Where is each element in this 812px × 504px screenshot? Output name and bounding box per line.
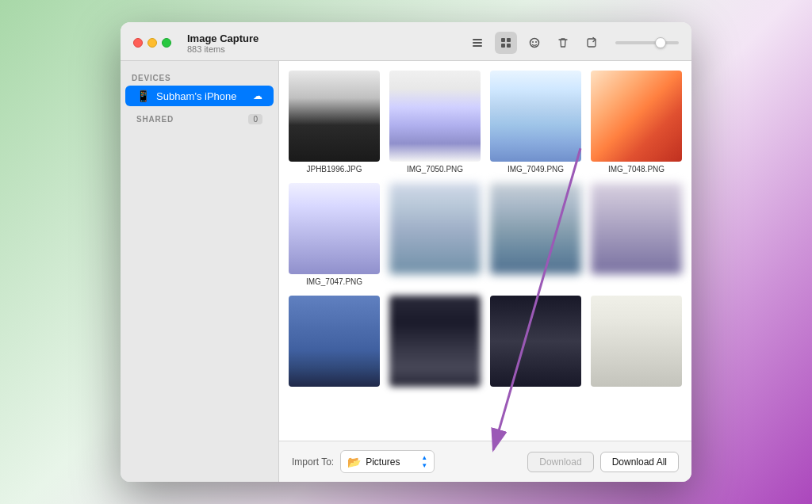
photo-item[interactable]: IMG_7049.PNG: [490, 71, 581, 174]
photo-item[interactable]: [490, 183, 581, 286]
photo-grid: JPHB1996.JPGIMG_7050.PNGIMG_7049.PNGIMG_…: [279, 61, 691, 441]
photo-thumbnail: [289, 183, 380, 274]
photo-thumbnail: [490, 183, 581, 274]
photo-thumbnail: [389, 71, 481, 162]
photo-item[interactable]: [591, 296, 682, 390]
import-path-text: Pictures: [366, 456, 416, 468]
photo-label: IMG_7047.PNG: [306, 277, 362, 286]
download-button[interactable]: Download: [527, 452, 593, 472]
shared-section-label: SHARED: [136, 115, 248, 124]
titlebar: Image Capture 883 items: [121, 22, 691, 61]
import-path-selector[interactable]: 📂 Pictures ▲ ▼: [340, 450, 435, 473]
photo-label: IMG_7049.PNG: [508, 165, 564, 174]
photo-thumbnail: [389, 296, 481, 387]
photo-label: IMG_7050.PNG: [407, 165, 463, 174]
svg-rect-4: [507, 38, 511, 42]
toolbar-actions: [466, 32, 679, 54]
cloud-icon: ☁: [253, 90, 262, 101]
path-stepper[interactable]: ▲ ▼: [421, 454, 427, 469]
photo-item[interactable]: [289, 296, 380, 390]
svg-rect-1: [473, 42, 482, 44]
photo-thumbnail: [289, 71, 380, 162]
app-title: Image Capture: [187, 32, 259, 44]
svg-rect-0: [473, 39, 482, 40]
sidebar: DEVICES 📱 Subham's iPhone ☁ SHARED 0: [121, 61, 279, 482]
photo-thumbnail: [490, 296, 581, 387]
app-info: Image Capture 883 items: [187, 32, 259, 54]
photo-thumbnail: [591, 71, 682, 162]
zoom-slider-container: [615, 41, 679, 44]
photo-item[interactable]: IMG_7047.PNG: [289, 183, 380, 286]
photo-item[interactable]: IMG_7048.PNG: [591, 71, 682, 174]
svg-rect-6: [507, 44, 511, 48]
main-area: DEVICES 📱 Subham's iPhone ☁ SHARED 0 JPH…: [121, 61, 691, 482]
import-to-label: Import To:: [292, 456, 334, 468]
photo-item[interactable]: JPHB1996.JPG: [289, 71, 380, 174]
photo-thumbnail: [389, 183, 481, 274]
content-wrapper: JPHB1996.JPGIMG_7050.PNGIMG_7049.PNGIMG_…: [279, 61, 691, 482]
devices-section-label: DEVICES: [121, 71, 278, 86]
photo-item[interactable]: IMG_7050.PNG: [389, 71, 481, 174]
folder-icon: 📂: [347, 456, 361, 468]
shared-count-badge: 0: [248, 114, 262, 124]
photo-item[interactable]: [389, 296, 481, 390]
photo-thumbnail: [591, 296, 682, 387]
photo-thumbnail: [591, 183, 682, 274]
content-area: JPHB1996.JPGIMG_7050.PNGIMG_7049.PNGIMG_…: [279, 61, 691, 441]
list-view-button[interactable]: [466, 32, 488, 54]
photo-thumbnail: [490, 71, 581, 162]
svg-rect-5: [501, 44, 505, 48]
item-count: 883 items: [187, 44, 259, 54]
stepper-up-icon: ▲: [421, 454, 427, 462]
sidebar-item-iphone[interactable]: 📱 Subham's iPhone ☁: [125, 86, 274, 106]
face-detect-button[interactable]: [523, 32, 546, 54]
svg-rect-3: [501, 38, 505, 42]
svg-rect-2: [473, 45, 482, 47]
photo-item[interactable]: [591, 183, 682, 286]
photo-label: JPHB1996.JPG: [306, 165, 362, 174]
zoom-slider[interactable]: [615, 41, 679, 44]
shared-section: SHARED 0: [125, 109, 274, 129]
rotate-button[interactable]: [580, 32, 603, 54]
close-button[interactable]: [133, 38, 143, 48]
svg-point-8: [532, 41, 534, 43]
device-name-label: Subham's iPhone: [156, 90, 247, 102]
app-window: Image Capture 883 items: [121, 22, 691, 482]
bottom-bar: Import To: 📂 Pictures ▲ ▼ Download Downl…: [279, 441, 691, 482]
stepper-down-icon: ▼: [421, 462, 427, 470]
photo-item[interactable]: [389, 183, 481, 286]
download-all-button[interactable]: Download All: [600, 452, 679, 472]
svg-point-9: [535, 41, 537, 43]
iphone-icon: 📱: [136, 90, 150, 102]
photo-thumbnail: [289, 296, 380, 387]
delete-button[interactable]: [552, 32, 574, 54]
grid-view-button[interactable]: [495, 32, 517, 54]
photo-label: IMG_7048.PNG: [608, 165, 665, 174]
minimize-button[interactable]: [147, 38, 157, 48]
fullscreen-button[interactable]: [162, 38, 171, 48]
photo-item[interactable]: [490, 296, 581, 390]
traffic-lights: [133, 38, 171, 48]
